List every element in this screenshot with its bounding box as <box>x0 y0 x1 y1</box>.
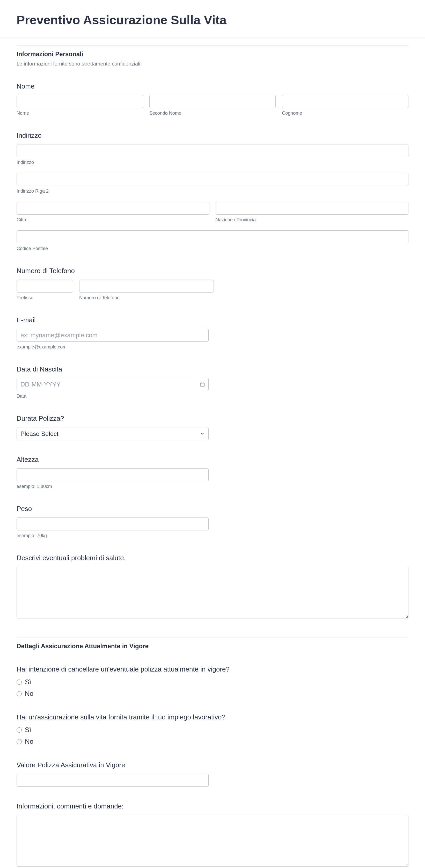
policy-value-input[interactable] <box>17 774 209 787</box>
cancel-policy-yes-label: Sì <box>25 678 31 686</box>
cancel-policy-yes-radio[interactable] <box>17 680 22 685</box>
phone-number-input[interactable] <box>79 280 214 292</box>
section-personal-subtitle: Le informazioni fornite sono strettament… <box>17 61 408 67</box>
middle-name-input[interactable] <box>149 95 276 108</box>
last-name-input[interactable] <box>282 95 408 108</box>
employer-ins-yes-radio[interactable] <box>17 727 22 733</box>
comments-textarea[interactable] <box>17 815 408 867</box>
cancel-policy-no[interactable]: No <box>17 690 408 698</box>
dob-input[interactable] <box>17 378 209 391</box>
first-name-sublabel: Nome <box>17 111 143 116</box>
section-insurance-title: Dettagli Assicurazione Attualmente in Vi… <box>17 643 408 650</box>
address-line1-input[interactable] <box>17 144 408 157</box>
state-sublabel: Nazione / Provincia <box>216 217 408 223</box>
calendar-icon <box>200 382 205 387</box>
name-label: Nome <box>17 82 408 90</box>
weight-label: Peso <box>17 505 408 513</box>
weight-input[interactable] <box>17 518 209 530</box>
policy-duration-select[interactable]: Please Select <box>17 427 209 440</box>
svg-rect-0 <box>200 383 204 386</box>
first-name-input[interactable] <box>17 95 143 108</box>
postal-input[interactable] <box>17 230 408 243</box>
city-sublabel: Città <box>17 217 209 223</box>
page-title: Preventivo Assicurazione Sulla Vita <box>17 13 408 27</box>
employer-ins-yes[interactable]: Sì <box>17 726 408 734</box>
employer-ins-no-radio[interactable] <box>17 739 22 744</box>
phone-prefix-sublabel: Prefisso <box>17 295 73 301</box>
address-line1-sublabel: Indirizzo <box>17 160 408 165</box>
phone-number-sublabel: Numero di Telefono <box>79 295 214 301</box>
section-personal-title: Informazioni Personali <box>17 51 408 58</box>
email-input[interactable] <box>17 329 209 342</box>
dob-label: Data di Nascita <box>17 365 408 373</box>
health-textarea[interactable] <box>17 567 408 618</box>
height-input[interactable] <box>17 468 209 481</box>
height-label: Altezza <box>17 456 408 464</box>
policy-value-label: Valore Polizza Assicurativa in Vigore <box>17 761 408 769</box>
section-divider <box>17 45 408 46</box>
last-name-sublabel: Cognome <box>282 111 408 116</box>
middle-name-sublabel: Secondo Nome <box>149 111 276 116</box>
employer-ins-no[interactable]: No <box>17 738 408 746</box>
email-sublabel: example@example.com <box>17 344 209 350</box>
address-line2-sublabel: Indirizzo Riga 2 <box>17 188 408 194</box>
dob-sublabel: Data <box>17 394 209 399</box>
section-divider-2 <box>17 638 408 638</box>
health-label: Descrivi eventuali problemi di salute. <box>17 554 408 562</box>
cancel-policy-no-label: No <box>25 690 33 698</box>
page-header: Preventivo Assicurazione Sulla Vita <box>0 0 425 38</box>
phone-label: Numero di Telefono <box>17 267 408 275</box>
postal-sublabel: Codice Postale <box>17 246 408 251</box>
address-line2-input[interactable] <box>17 173 408 186</box>
email-label: E-mail <box>17 316 408 324</box>
state-input[interactable] <box>216 202 408 215</box>
cancel-policy-no-radio[interactable] <box>17 691 22 696</box>
policy-duration-label: Durata Polizza? <box>17 414 408 423</box>
employer-ins-label: Hai un'assicurazione sulla vita fornita … <box>17 713 408 721</box>
phone-prefix-input[interactable] <box>17 280 73 292</box>
weight-sublabel: esempio: 70kg <box>17 533 209 538</box>
cancel-policy-yes[interactable]: Sì <box>17 678 408 686</box>
address-label: Indirizzo <box>17 131 408 140</box>
employer-ins-yes-label: Sì <box>25 726 31 734</box>
city-input[interactable] <box>17 202 209 215</box>
comments-label: Informazioni, commenti e domande: <box>17 802 408 810</box>
employer-ins-no-label: No <box>25 738 33 746</box>
height-sublabel: esempio: 1.80cm <box>17 484 209 489</box>
cancel-policy-label: Hai intenzione di cancellare un'eventual… <box>17 665 408 673</box>
